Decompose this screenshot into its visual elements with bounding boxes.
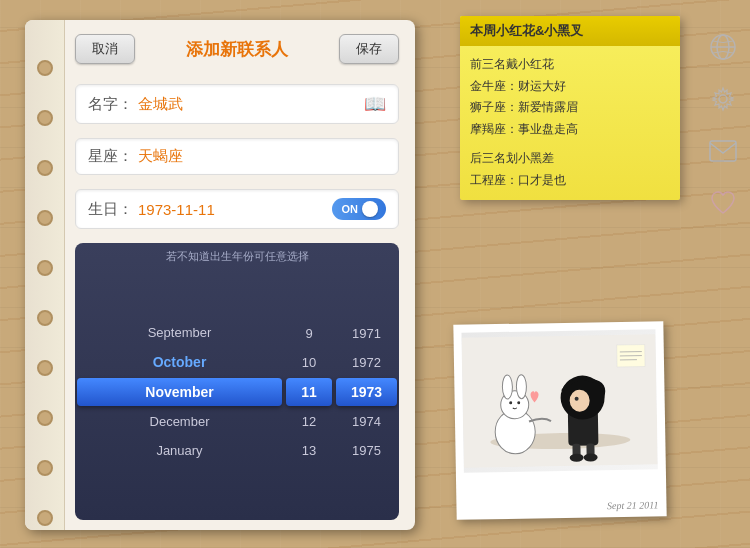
notebook-spine xyxy=(25,20,65,530)
picker-year-1971[interactable]: 1971 xyxy=(336,320,397,347)
toggle-label: ON xyxy=(342,203,359,215)
sticky-note: 本周小红花&小黑叉 前三名戴小红花 金牛座：财运大好 狮子座：新爱情露眉 摩羯座… xyxy=(460,16,680,200)
spiral-hole xyxy=(37,360,53,376)
picker-year-1973[interactable]: 1973 xyxy=(336,378,397,406)
spiral-hole xyxy=(37,110,53,126)
page-title: 添加新联系人 xyxy=(186,38,288,61)
picker-body: September October November December Janu… xyxy=(75,268,399,515)
picker-month-october[interactable]: October xyxy=(77,348,282,376)
svg-rect-24 xyxy=(710,141,736,161)
day-column[interactable]: 9 10 11 12 13 xyxy=(284,268,334,515)
notebook: 取消 添加新联系人 保存 名字： 金城武 📖 星座： 天蝎座 生日： 1973-… xyxy=(25,20,415,530)
birthday-toggle[interactable]: ON xyxy=(332,198,387,220)
polaroid-svg xyxy=(461,329,657,472)
polaroid-caption: Sept 21 2011 xyxy=(607,499,659,511)
date-picker[interactable]: 若不知道出生年份可任意选择 September October November… xyxy=(75,243,399,520)
sticky-content: 前三名戴小红花 金牛座：财运大好 狮子座：新爱情露眉 摩羯座：事业盘走高 后三名… xyxy=(460,46,680,200)
sticky-line-1: 前三名戴小红花 xyxy=(470,54,670,76)
birthday-value[interactable]: 1973-11-11 xyxy=(138,201,332,218)
name-field-row: 名字： 金城武 📖 xyxy=(75,84,399,124)
spiral-hole xyxy=(37,410,53,426)
picker-day-9[interactable]: 9 xyxy=(286,320,332,347)
zodiac-label: 星座： xyxy=(88,147,138,166)
sticky-line-3: 狮子座：新爱情露眉 xyxy=(470,97,670,119)
birthday-field-row: 生日： 1973-11-11 ON xyxy=(75,189,399,229)
sticky-line-5: 后三名划小黑差 xyxy=(470,148,670,170)
sticky-line-6: 工程座：口才是也 xyxy=(470,170,670,192)
spiral-hole xyxy=(37,460,53,476)
spiral-hole xyxy=(37,210,53,226)
notebook-content: 取消 添加新联系人 保存 名字： 金城武 📖 星座： 天蝎座 生日： 1973-… xyxy=(65,20,415,530)
birthday-label: 生日： xyxy=(88,200,138,219)
picker-month-december[interactable]: December xyxy=(77,408,282,435)
contacts-icon: 📖 xyxy=(364,93,386,115)
svg-point-23 xyxy=(719,95,727,103)
picker-day-11[interactable]: 11 xyxy=(286,378,332,406)
picker-day-12[interactable]: 12 xyxy=(286,408,332,435)
zodiac-value[interactable]: 天蝎座 xyxy=(138,147,386,166)
save-button[interactable]: 保存 xyxy=(339,34,399,64)
svg-point-4 xyxy=(502,375,512,399)
picker-month-january[interactable]: January xyxy=(77,437,282,464)
toggle-circle xyxy=(362,201,378,217)
picker-year-1972[interactable]: 1972 xyxy=(336,349,397,376)
spiral-hole xyxy=(37,60,53,76)
picker-year-1974[interactable]: 1974 xyxy=(336,408,397,435)
spiral-hole xyxy=(37,510,53,526)
sticky-line-4: 摩羯座：事业盘走高 xyxy=(470,119,670,141)
top-bar: 取消 添加新联系人 保存 xyxy=(75,30,399,68)
month-column[interactable]: September October November December Janu… xyxy=(75,268,284,515)
right-sidebar-icons xyxy=(706,30,740,220)
picker-month-september[interactable]: September xyxy=(77,319,282,346)
picker-hint: 若不知道出生年份可任意选择 xyxy=(75,243,399,268)
name-value[interactable]: 金城武 xyxy=(138,95,364,114)
mail-icon[interactable] xyxy=(706,134,740,168)
picker-year-1975[interactable]: 1975 xyxy=(336,437,397,464)
sticky-line-2: 金牛座：财运大好 xyxy=(470,76,670,98)
polaroid-photo: Sept 21 2011 xyxy=(453,321,666,520)
svg-point-5 xyxy=(516,375,526,399)
picker-day-13[interactable]: 13 xyxy=(286,437,332,464)
polaroid-image xyxy=(461,329,657,472)
heart-icon[interactable] xyxy=(706,186,740,220)
zodiac-field-row: 星座： 天蝎座 xyxy=(75,138,399,175)
spiral-hole xyxy=(37,260,53,276)
year-column[interactable]: 1971 1972 1973 1974 1975 xyxy=(334,268,399,515)
picker-day-10[interactable]: 10 xyxy=(286,349,332,376)
name-label: 名字： xyxy=(88,95,138,114)
sticky-header: 本周小红花&小黑叉 xyxy=(460,16,680,46)
picker-month-november[interactable]: November xyxy=(77,378,282,406)
spiral-hole xyxy=(37,160,53,176)
gear-icon[interactable] xyxy=(706,82,740,116)
cancel-button[interactable]: 取消 xyxy=(75,34,135,64)
spiral-hole xyxy=(37,310,53,326)
globe-icon[interactable] xyxy=(706,30,740,64)
